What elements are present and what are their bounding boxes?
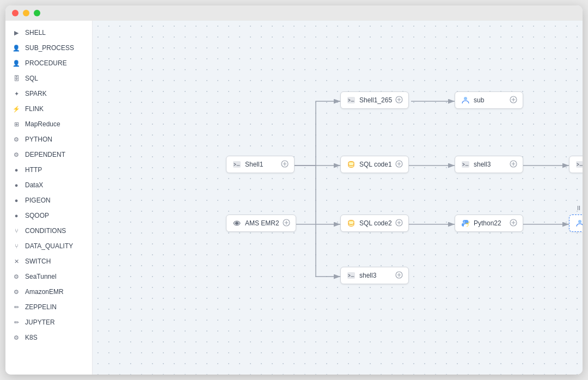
branch-icon: ⑂ [12, 242, 21, 250]
sidebar-item-seatunnel[interactable]: ⚙SeaTunnel [5, 269, 92, 284]
sub_process-icon [575, 218, 583, 228]
sidebar-label-sql: SQL [25, 75, 38, 82]
gear-icon: ⚙ [12, 135, 21, 144]
minimize-button[interactable] [23, 10, 29, 16]
sql-icon [346, 218, 356, 228]
node-add-SQL_code1[interactable] [395, 160, 403, 169]
sidebar-item-data_quality[interactable]: ⑂DATA_QUALITY [5, 238, 92, 254]
gear-icon: ⚙ [12, 272, 21, 281]
close-button[interactable] [12, 10, 19, 16]
node-Shell1_265[interactable]: Shell1_265 [340, 91, 409, 109]
sidebar-item-k8s[interactable]: ⚙K8S [5, 330, 92, 345]
sidebar-item-jupyter[interactable]: ✏JUPYTER [5, 315, 92, 330]
sidebar-item-dependent[interactable]: ⚙DEPENDENT [5, 147, 92, 162]
sidebar-label-switch: SWITCH [25, 258, 51, 265]
node-SQL_code2[interactable]: SQL code2 [340, 214, 409, 232]
sidebar-label-sub_process: SUB_PROCESS [25, 44, 74, 52]
sidebar-item-switch[interactable]: ✕SWITCH [5, 254, 92, 269]
dot-icon: ● [12, 196, 21, 205]
pen-icon: ✏ [12, 303, 21, 311]
sidebar-label-flink: FLINK [25, 105, 44, 113]
sidebar-label-sqoop: SQOOP [25, 212, 49, 219]
pen-icon: ✏ [12, 318, 21, 327]
node-label-sub: sub [474, 96, 506, 104]
sidebar-label-data_quality: DATA_QUALITY [25, 242, 73, 250]
sidebar-label-dependent: DEPENDENT [25, 151, 65, 158]
svg-rect-9 [462, 161, 469, 168]
node-add-Shell1[interactable] [281, 160, 289, 169]
sidebar-item-mapreduce[interactable]: ⊞MapReduce [5, 117, 92, 132]
dot-icon: ● [12, 166, 21, 174]
sidebar: ▶SHELL👤SUB_PROCESS👤PROCEDURE🗄SQL✦SPARK⚡F… [5, 21, 93, 375]
person-icon: 👤 [12, 44, 21, 52]
node-add-sub[interactable] [510, 96, 517, 105]
sidebar-item-flink[interactable]: ⚡FLINK [5, 101, 92, 117]
amazonemr-icon [232, 218, 242, 228]
sidebar-item-amazonemr[interactable]: ⚙AmazonEMR [5, 284, 92, 299]
titlebar [5, 5, 583, 21]
node-shell3_mid[interactable]: shell3 [455, 156, 523, 173]
node-label-AMS_EMR2: AMS EMR2 [245, 219, 279, 227]
content-area: ▶SHELL👤SUB_PROCESS👤PROCEDURE🗄SQL✦SPARK⚡F… [5, 21, 583, 375]
svg-rect-22 [347, 272, 355, 279]
node-Python22[interactable]: Python22 [455, 214, 523, 232]
node-add-shell3_bottom[interactable] [395, 271, 403, 280]
sidebar-label-spark: SPARK [25, 90, 47, 97]
maximize-button[interactable] [34, 10, 40, 16]
sidebar-item-sql[interactable]: 🗄SQL [5, 71, 92, 86]
sidebar-label-jupyter: JUPYTER [25, 318, 55, 326]
node-shell3_bottom[interactable]: shell3 [340, 267, 409, 284]
sidebar-item-sub_process[interactable]: 👤SUB_PROCESS [5, 40, 92, 56]
sidebar-label-zeppelin: ZEPPELIN [25, 303, 57, 311]
sidebar-label-datax: DataX [25, 181, 43, 189]
node-add-Shell1_265[interactable] [395, 96, 403, 105]
node-label-Python22: Python22 [474, 219, 506, 227]
sub_process-icon [461, 95, 470, 105]
sidebar-item-procedure[interactable]: 👤PROCEDURE [5, 56, 92, 71]
main-window: ▶SHELL👤SUB_PROCESS👤PROCEDURE🗄SQL✦SPARK⚡F… [5, 5, 583, 375]
sidebar-item-conditions[interactable]: ⑂CONDITIONS [5, 223, 92, 238]
node-SQL_code1[interactable]: SQL code1 [340, 156, 409, 173]
sidebar-item-shell[interactable]: ▶SHELL [5, 25, 92, 40]
python-icon [461, 218, 470, 228]
sidebar-item-spark[interactable]: ✦SPARK [5, 86, 92, 101]
node-AMS_EMR2[interactable]: AMS EMR2 [226, 214, 296, 232]
dot-icon: ● [12, 211, 21, 220]
sidebar-label-amazonemr: AmazonEMR [25, 288, 64, 296]
node-add-AMS_EMR2[interactable] [283, 219, 290, 228]
sidebar-label-shell: SHELL [25, 29, 46, 36]
node-Shell1[interactable]: Shell1 [226, 156, 295, 173]
arrow-Shell1-Shell1_265 [291, 101, 340, 166]
sidebar-item-sqoop[interactable]: ●SQOOP [5, 208, 92, 223]
workflow-canvas[interactable]: Shell1Shell1_265subSQL code1shell3shell3… [93, 21, 583, 375]
node-sub[interactable]: sub [455, 91, 523, 109]
svg-point-20 [578, 220, 581, 223]
shell-icon [575, 160, 583, 169]
cross-icon: ✕ [12, 257, 21, 266]
star-icon: ✦ [12, 89, 21, 98]
sidebar-label-pigeon: PIGEON [25, 197, 51, 204]
sidebar-label-conditions: CONDITIONS [25, 227, 66, 235]
sidebar-item-zeppelin[interactable]: ✏ZEPPELIN [5, 299, 92, 315]
node-shell3_right[interactable]: shell3 [569, 156, 583, 173]
label-above-II: II [577, 205, 580, 211]
gear-icon: ⚙ [12, 287, 21, 296]
bolt-icon: ⚡ [12, 105, 21, 113]
sidebar-item-pigeon[interactable]: ●PIGEON [5, 193, 92, 208]
shell-icon [232, 160, 242, 169]
sidebar-label-k8s: K8S [25, 334, 38, 341]
flow-connections [93, 21, 583, 375]
sidebar-item-python[interactable]: ⚙PYTHON [5, 132, 92, 147]
node-label-SQL_code2: SQL code2 [359, 219, 392, 227]
node-II[interactable]: II [569, 214, 583, 232]
sidebar-item-http[interactable]: ●HTTP [5, 162, 92, 177]
node-add-shell3_mid[interactable] [510, 160, 517, 169]
node-label-shell3_mid: shell3 [474, 161, 506, 168]
node-add-Python22[interactable] [510, 219, 517, 228]
sidebar-label-python: PYTHON [25, 136, 52, 143]
terminal-icon: ▶ [12, 28, 21, 37]
node-add-SQL_code2[interactable] [395, 219, 403, 228]
gear-icon: ⚙ [12, 333, 21, 342]
sidebar-item-datax[interactable]: ●DataX [5, 177, 92, 193]
node-label-Shell1_265: Shell1_265 [359, 96, 392, 104]
